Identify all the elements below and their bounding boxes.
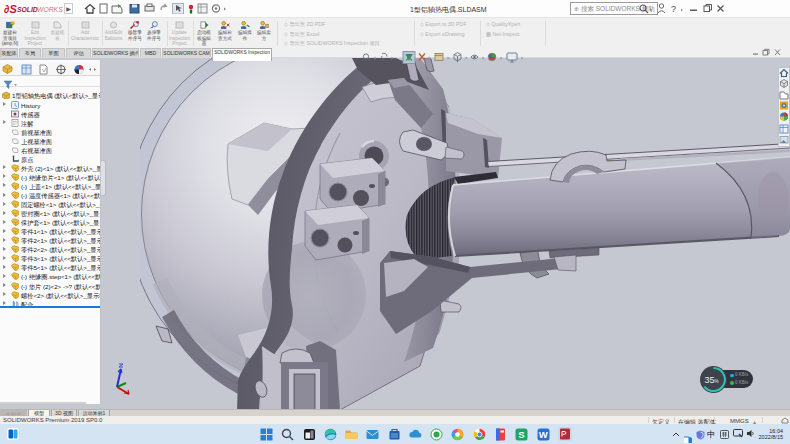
svg-text:?: ?	[671, 4, 676, 14]
svg-text:S: S	[518, 429, 524, 440]
svg-text:∂S: ∂S	[4, 3, 17, 15]
svg-text:SOLID: SOLID	[17, 6, 38, 13]
svg-text:WORKS: WORKS	[37, 6, 63, 13]
svg-text:W: W	[538, 429, 547, 440]
